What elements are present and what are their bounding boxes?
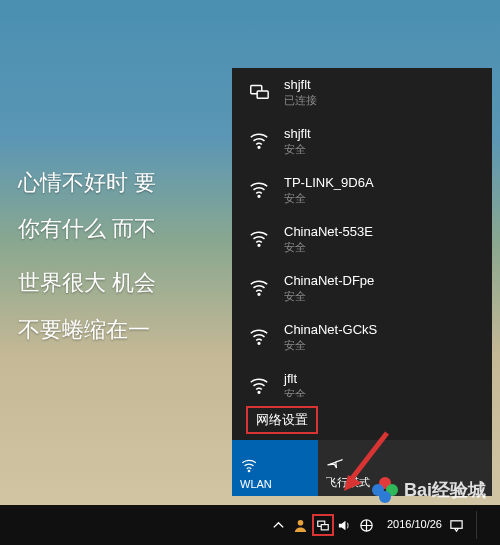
network-name: TP-LINK_9D6A — [284, 175, 374, 190]
quick-actions-row: WLAN 飞行模式 — [232, 440, 492, 496]
quick-tile-wlan[interactable]: WLAN — [232, 440, 318, 496]
wallpaper-text: 心情不好时 要 你有什么 而不 世界很大 机会 不要蜷缩在一 — [18, 160, 156, 353]
network-settings-link[interactable]: 网络设置 — [252, 409, 312, 431]
quick-tile-airplane[interactable]: 飞行模式 — [318, 440, 404, 496]
network-status: 安全 — [284, 191, 374, 206]
network-flyout: shjflt 已连接 shjflt 安全 TP-LINK_9D6A 安全 — [232, 68, 492, 496]
network-settings-row: 网络设置 — [232, 397, 492, 440]
network-name: shjflt — [284, 77, 317, 92]
wifi-icon — [240, 456, 258, 474]
network-item-wifi[interactable]: ChinaNet-553E 安全 — [232, 215, 492, 264]
tray-volume-icon[interactable] — [337, 517, 353, 533]
wifi-icon — [248, 227, 270, 249]
tray-network-icon[interactable] — [315, 517, 331, 533]
quick-tile-label: 飞行模式 — [326, 475, 370, 490]
network-status: 已连接 — [284, 93, 317, 108]
network-status: 安全 — [284, 142, 311, 157]
wifi-icon — [248, 276, 270, 298]
clock-date: 2016/10/26 — [387, 518, 442, 532]
tray-ime-icon[interactable] — [359, 517, 375, 533]
network-status: 安全 — [284, 387, 306, 397]
svg-rect-11 — [321, 524, 328, 529]
network-item-wifi[interactable]: jflt 安全 — [232, 362, 492, 397]
annotation-highlight: 网络设置 — [246, 406, 318, 434]
wallpaper-line: 世界很大 机会 — [18, 260, 156, 306]
wifi-icon — [248, 374, 270, 396]
airplane-icon — [326, 453, 344, 471]
wifi-icon — [248, 129, 270, 151]
svg-point-9 — [298, 519, 304, 525]
network-item-ethernet[interactable]: shjflt 已连接 — [232, 68, 492, 117]
system-tray: 2016/10/26 — [271, 511, 490, 539]
svg-rect-1 — [257, 91, 268, 98]
svg-point-5 — [258, 293, 260, 295]
wallpaper-line: 你有什么 而不 — [18, 206, 156, 252]
taskbar-clock[interactable]: 2016/10/26 — [387, 518, 442, 532]
quick-tile-label: WLAN — [240, 478, 272, 490]
network-status: 安全 — [284, 338, 377, 353]
network-status: 安全 — [284, 289, 374, 304]
taskbar: 2016/10/26 — [0, 505, 500, 545]
network-list: shjflt 已连接 shjflt 安全 TP-LINK_9D6A 安全 — [232, 68, 492, 397]
wifi-icon — [248, 178, 270, 200]
network-name: ChinaNet-GCkS — [284, 322, 377, 337]
network-name: shjflt — [284, 126, 311, 141]
wifi-icon — [248, 325, 270, 347]
wallpaper-line: 心情不好时 要 — [18, 160, 156, 206]
wallpaper-line: 不要蜷缩在一 — [18, 307, 156, 353]
svg-rect-13 — [450, 520, 461, 528]
network-item-wifi[interactable]: ChinaNet-GCkS 安全 — [232, 313, 492, 362]
network-item-wifi[interactable]: ChinaNet-DFpe 安全 — [232, 264, 492, 313]
tray-people-icon[interactable] — [293, 517, 309, 533]
network-name: ChinaNet-553E — [284, 224, 373, 239]
svg-point-6 — [258, 342, 260, 344]
network-status: 安全 — [284, 240, 373, 255]
tray-chevron-up-icon[interactable] — [271, 517, 287, 533]
svg-point-4 — [258, 244, 260, 246]
network-item-wifi[interactable]: shjflt 安全 — [232, 117, 492, 166]
svg-point-8 — [248, 470, 250, 472]
svg-point-7 — [258, 391, 260, 393]
svg-point-2 — [258, 146, 260, 148]
network-name: ChinaNet-DFpe — [284, 273, 374, 288]
tray-action-center-icon[interactable] — [448, 517, 464, 533]
show-desktop-button[interactable] — [476, 511, 490, 539]
network-name: jflt — [284, 371, 306, 386]
svg-point-3 — [258, 195, 260, 197]
ethernet-icon — [248, 80, 270, 102]
network-item-wifi[interactable]: TP-LINK_9D6A 安全 — [232, 166, 492, 215]
